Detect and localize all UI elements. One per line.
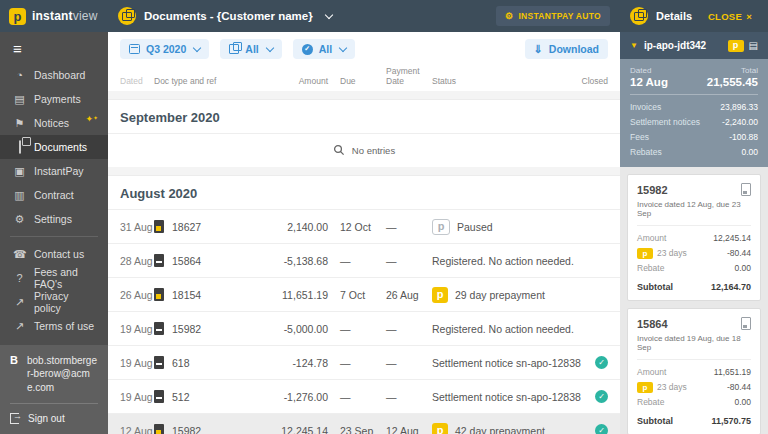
- no-entries-row: No entries: [108, 133, 620, 167]
- hamburger-menu-icon[interactable]: ≡: [0, 32, 108, 61]
- brand-p-icon: p: [9, 8, 26, 25]
- sidebar-item-dashboard[interactable]: ◔Dashboard: [0, 63, 108, 87]
- filter-bar: Q3 2020 All All ⇓Download: [108, 32, 620, 64]
- closed-check-icon: [595, 390, 608, 403]
- sidebar-item-contract[interactable]: ▥Contract: [0, 183, 108, 207]
- table-header: Dated Doc type and ref Amount Due Paymen…: [108, 64, 620, 91]
- download-button[interactable]: ⇓Download: [525, 39, 608, 59]
- contract-icon: ▥: [13, 190, 26, 201]
- table-row-selected[interactable]: 12 Aug 15982 12,245.14 23 Sep 12 Aug p42…: [108, 413, 620, 434]
- sidebar-item-documents[interactable]: Documents: [0, 135, 108, 159]
- card-line: Amount12,245.14: [637, 231, 751, 246]
- closed-check-icon: [595, 356, 608, 369]
- page-title: Documents - {Customer name}: [144, 10, 313, 22]
- table-row[interactable]: 19 Aug 15982 -5,000.00 — — Registered. N…: [108, 311, 620, 345]
- period-filter-dropdown[interactable]: Q3 2020: [120, 39, 209, 59]
- closed-check-icon: [595, 424, 608, 434]
- table-row[interactable]: 19 Aug 618 -124.78 — — Settlement notice…: [108, 345, 620, 379]
- payments-icon: ▤: [13, 94, 26, 105]
- card-subtitle: Invoice dated 19 Aug, due 18 Sep: [637, 334, 751, 352]
- credit-file-icon: [154, 254, 164, 267]
- invoice-card[interactable]: 15864 Invoice dated 19 Aug, due 18 Sep A…: [627, 308, 761, 434]
- sidebar-item-fees-faq[interactable]: ?Fees and FAQ's: [0, 266, 108, 290]
- card-subtitle: Invoice dated 12 Aug, due 23 Sep: [637, 200, 751, 218]
- chevron-down-icon: [339, 43, 347, 51]
- table-row[interactable]: 26 Aug 18154 11,651.19 7 Oct 26 Aug p29 …: [108, 277, 620, 311]
- header-closed[interactable]: Closed: [574, 76, 608, 86]
- check-circle-icon: [302, 44, 313, 55]
- sidebar-nav: ◔Dashboard ▤Payments ⚑Notices✦✦ Document…: [0, 61, 108, 345]
- header-payment-date[interactable]: Payment Date: [386, 66, 432, 86]
- card-line: p23 days-80.44: [637, 380, 751, 395]
- sidebar-item-contact-us[interactable]: ☎Contact us: [0, 242, 108, 266]
- external-link-icon: ↗: [13, 321, 26, 332]
- summary-total-label: Total: [707, 66, 758, 75]
- sidebar: p instantview ≡ ◔Dashboard ▤Payments ⚑No…: [0, 0, 108, 434]
- sign-out-button[interactable]: Sign out: [10, 403, 98, 424]
- search-icon: [333, 144, 345, 156]
- sidebar-item-instantpay[interactable]: ▣InstantPay: [0, 159, 108, 183]
- document-group-id: ip-apo-jdt342: [644, 40, 706, 51]
- calendar-icon: [129, 44, 140, 54]
- card-title: 15864: [637, 318, 668, 330]
- credit-file-icon: [154, 390, 164, 403]
- chevron-down-icon: [193, 43, 201, 51]
- user-email: bob.stormberger-berow@acme.com: [27, 354, 98, 395]
- summary-line: Fees-100.88: [630, 130, 758, 145]
- brand-name: instantview: [32, 9, 98, 23]
- invoice-card[interactable]: 15982 Invoice dated 12 Aug, due 23 Sep A…: [627, 174, 761, 301]
- details-summary: Dated 12 Aug Total 21,555.45 Invoices23,…: [620, 59, 768, 167]
- top-bar: Documents - {Customer name} ⚙ INSTANTPAY…: [108, 0, 620, 32]
- card-line: Rebate0.00: [637, 261, 751, 276]
- instantpay-p-icon: p: [637, 248, 653, 259]
- card-subtotal: Subtotal12,164.70: [637, 282, 751, 292]
- download-icon: ⇓: [534, 44, 543, 55]
- sidebar-item-notices[interactable]: ⚑Notices✦✦: [0, 111, 108, 135]
- summary-total-value: 21,555.45: [707, 76, 758, 88]
- header-status[interactable]: Status: [432, 76, 574, 86]
- header-amount[interactable]: Amount: [270, 76, 328, 86]
- header-due[interactable]: Due: [340, 76, 386, 86]
- section-title-august: August 2020: [108, 176, 620, 209]
- header-doc-type[interactable]: Doc type and ref: [154, 76, 270, 86]
- settings-gears-icon: ⚙: [13, 214, 26, 225]
- status-filter-dropdown[interactable]: All: [293, 39, 355, 59]
- sparkle-icon: ✦✦: [85, 115, 98, 124]
- sidebar-item-privacy-policy[interactable]: ↗Privacy policy: [0, 290, 108, 314]
- summary-dated-value: 12 Aug: [630, 76, 668, 88]
- documents-content: Q3 2020 All All ⇓Download Dated Doc type…: [108, 32, 620, 434]
- summary-line: Rebates0.00: [630, 145, 758, 160]
- close-button[interactable]: CLOSE×: [702, 10, 758, 23]
- table-row[interactable]: 31 Aug 18627 2,140.00 12 Oct — pPaused: [108, 209, 620, 243]
- sidebar-item-terms-of-use[interactable]: ↗Terms of use: [0, 314, 108, 338]
- table-row[interactable]: 28 Aug 15864 -5,138.68 — — Registered. N…: [108, 243, 620, 277]
- invoice-file-icon: [154, 220, 164, 233]
- paused-p-icon: p: [432, 219, 450, 235]
- question-icon: ?: [13, 273, 26, 284]
- details-header: Details CLOSE×: [620, 0, 768, 32]
- summary-dated-label: Dated: [630, 66, 668, 75]
- chevron-down-icon[interactable]: [324, 11, 332, 19]
- documents-page-icon: [118, 7, 136, 25]
- details-cards: 15982 Invoice dated 12 Aug, due 23 Sep A…: [620, 167, 768, 434]
- doc-type-icon: [229, 44, 239, 54]
- chevron-down-icon: [265, 43, 273, 51]
- app-logo: p instantview: [0, 0, 108, 32]
- table-row[interactable]: 19 Aug 512 -1,276.00 — — Settlement noti…: [108, 379, 620, 413]
- details-doc-icon: [630, 7, 648, 25]
- document-group-row[interactable]: ▼ ip-apo-jdt342 p ▤: [620, 32, 768, 59]
- header-dated[interactable]: Dated: [120, 76, 154, 86]
- card-title: 15982: [637, 184, 668, 196]
- instantpay-auto-button[interactable]: ⚙ INSTANTPAY AUTO: [496, 6, 610, 26]
- gears-icon: ⚙: [505, 12, 513, 21]
- doc-type-filter-dropdown[interactable]: All: [220, 39, 281, 59]
- sidebar-item-payments[interactable]: ▤Payments: [0, 87, 108, 111]
- dashboard-icon: ◔: [13, 70, 26, 81]
- card-subtotal: Subtotal11,570.75: [637, 416, 751, 426]
- sidebar-item-settings[interactable]: ⚙Settings: [0, 207, 108, 231]
- user-box: B bob.stormberger-berow@acme.com Sign ou…: [0, 345, 108, 434]
- instantpay-icon: ▣: [13, 166, 26, 177]
- summary-line: Invoices23,896.33: [630, 100, 758, 115]
- invoice-file-icon: [154, 288, 164, 301]
- documents-icon: [13, 142, 26, 153]
